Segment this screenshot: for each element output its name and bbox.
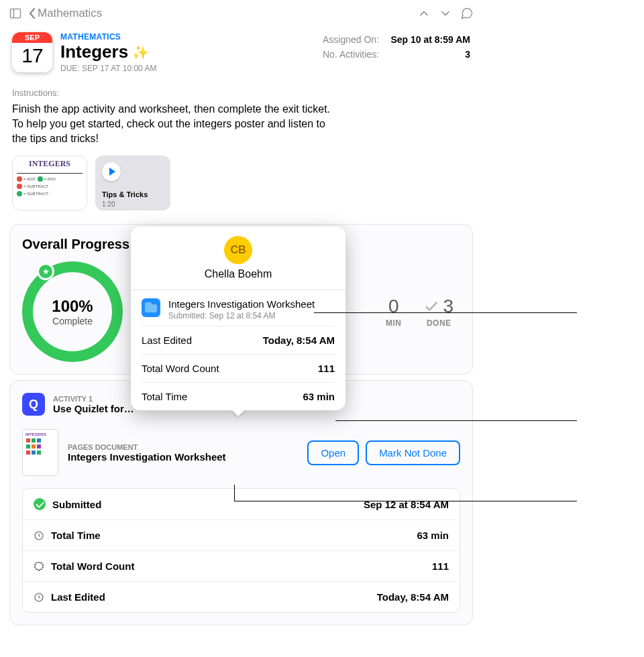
detail-word-count: Total Word Count 111 [23,550,460,581]
stat-min: 0 MIN [386,296,402,328]
assigned-on-value: Sep 10 at 8:59 AM [390,32,470,47]
callout-line [335,420,577,421]
sidebar-toggle-icon[interactable] [7,5,24,22]
activities-count-value: 3 [465,47,470,62]
progress-ring: 100% Complete ★ [22,261,123,362]
poster-title: INTEGERS [13,156,87,169]
assignment-title: Integers ✨ [60,42,315,62]
calendar-tile: SEP 17 [12,32,52,72]
detail-last-edited: Last Edited Today, 8:54 AM [23,581,460,612]
progress-complete-label: Complete [52,316,93,326]
back-button[interactable]: Mathematics [28,7,102,20]
student-avatar: CB [224,236,252,264]
media-title: Tips & Tricks [102,190,148,198]
instructions-text: Finish the app activity and worksheet, t… [0,102,349,146]
popover-pointer-icon [231,410,245,416]
document-type-label: PAGES DOCUMENT [68,443,226,451]
calendar-day: 17 [21,43,42,67]
chevron-up-icon[interactable] [415,5,433,22]
attachment-poster[interactable]: INTEGERS = ADD = ADD = SUBTRACT = SUBTRA… [12,156,87,211]
folder-icon [142,298,160,317]
popover-file-subtitle: Submitted: Sep 12 at 8:54 AM [168,311,315,320]
back-label: Mathematics [38,7,102,20]
assignment-header: SEP 17 MATHEMATICS Integers ✨ DUE: SEP 1… [0,27,482,73]
stat-done: 3 DONE [424,296,453,328]
callout-line [234,485,235,501]
badge-icon [34,561,44,572]
checkmark-icon [424,299,439,314]
student-progress-popover: CB Chella Boehm Integers Investigation W… [131,227,345,410]
activity-type-label: ACTIVITY 1 [53,395,134,403]
attachments-row: INTEGERS = ADD = ADD = SUBTRACT = SUBTRA… [0,146,482,219]
svg-rect-0 [11,9,21,17]
open-button[interactable]: Open [307,440,359,465]
clock-icon [34,592,44,603]
popover-word-count: Total Word Count 111 [131,355,345,382]
attachment-media[interactable]: Tips & Tricks 1:20 [95,156,170,211]
progress-percent: 100% [52,297,93,316]
sparkle-icon: ✨ [132,44,149,60]
popover-total-time: Total Time 63 min [131,383,345,410]
media-duration: 1:20 [102,200,115,208]
clock-icon [34,530,44,541]
chevron-down-icon[interactable] [437,5,454,22]
detail-submitted: Submitted Sep 12 at 8:54 AM [23,489,460,520]
activity-card: Q ACTIVITY 1 Use Quizlet for… INTEGERS P… [9,380,473,625]
callout-line [314,312,577,313]
document-details-list: Submitted Sep 12 at 8:54 AM Total Time 6… [22,488,460,613]
document-row: INTEGERS PAGES DOCUMENT Integers Investi… [22,429,460,476]
activity-name: Use Quizlet for… [53,403,134,414]
detail-total-time: Total Time 63 min [23,520,460,550]
message-icon[interactable] [458,5,476,22]
document-thumbnail[interactable]: INTEGERS [22,429,58,476]
assigned-on-label: Assigned On: [323,32,379,47]
mark-not-done-button[interactable]: Mark Not Done [366,440,460,465]
student-name: Chella Boehm [131,268,345,280]
callout-line [234,501,577,501]
calendar-month: SEP [12,32,52,43]
popover-last-edited: Last Edited Today, 8:54 AM [131,326,345,354]
popover-file-title: Integers Investigation Worksheet [168,298,315,310]
instructions-heading: Instructions: [0,73,482,102]
assignment-meta: Assigned On: Sep 10 at 8:59 AM No. Activ… [323,32,470,73]
quizlet-app-icon: Q [22,393,45,416]
subject-label: MATHEMATICS [60,32,315,42]
play-icon [102,162,121,181]
popover-file-row[interactable]: Integers Investigation Worksheet Submitt… [131,290,345,326]
star-badge-icon: ★ [37,263,54,280]
success-check-icon [34,498,46,510]
nav-bar: Mathematics [0,0,482,27]
document-name: Integers Investigation Worksheet [68,451,226,463]
activities-count-label: No. Activities: [323,47,379,62]
due-label: DUE: SEP 17 AT 10:00 AM [60,64,315,73]
